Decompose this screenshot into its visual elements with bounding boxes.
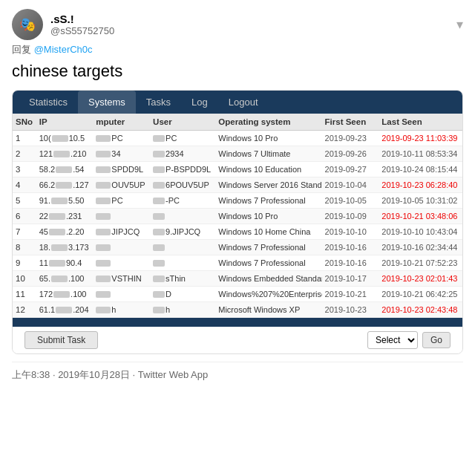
select-go-area: Select Go bbox=[367, 331, 451, 349]
cell-ip: 22.231 bbox=[36, 208, 94, 224]
cell-last-seen: 2019-10-11 08:53:34 bbox=[379, 146, 462, 161]
cell-os: Windows 10 Pro bbox=[215, 208, 321, 224]
cell-last-seen: 2019-10-23 02:43:48 bbox=[379, 301, 462, 317]
table-row[interactable]: 9 1190.4 Windows 7 Professional 2019-10-… bbox=[13, 255, 462, 270]
table-row[interactable]: 5 91.5.50 PC -PC Windows 7 Professional … bbox=[13, 192, 462, 208]
reply-link[interactable]: @MisterCh0c bbox=[34, 44, 93, 55]
cell-sno: 5 bbox=[13, 192, 36, 208]
go-button[interactable]: Go bbox=[422, 332, 451, 348]
cell-sno: 8 bbox=[13, 239, 36, 255]
cell-last-seen: 2019-10-24 08:15:44 bbox=[379, 161, 462, 177]
panel-bottom-bar: Submit Task Select Go bbox=[13, 327, 462, 353]
cell-sno: 7 bbox=[13, 224, 36, 239]
cell-sno: 2 bbox=[13, 146, 36, 161]
cell-user: 6POUV5UP bbox=[150, 177, 215, 192]
cell-last-seen: 2019-10-21 03:48:06 bbox=[379, 208, 462, 224]
cell-os: Windows 7 Ultimate bbox=[215, 146, 321, 161]
handle: @sS55752750 bbox=[50, 25, 114, 36]
col-sno: SNo bbox=[13, 114, 36, 131]
cell-computer: 34 bbox=[93, 146, 150, 161]
nav-logout[interactable]: Logout bbox=[218, 91, 269, 114]
table-row[interactable]: 11 172.100 D Windows%207%20Enterprise 20… bbox=[13, 286, 462, 301]
cell-ip: 66.2.127 bbox=[36, 177, 94, 192]
avatar[interactable]: 🎭 bbox=[12, 9, 43, 40]
cell-sno: 10 bbox=[13, 270, 36, 286]
cell-sno: 9 bbox=[13, 255, 36, 270]
table-row[interactable]: 8 18.3.173 Windows 7 Professional 2019-1… bbox=[13, 239, 462, 255]
table-row[interactable]: 3 58.2.54 SPDD9L P-BSPDD9L Windows 10 Ed… bbox=[13, 161, 462, 177]
chevron-down-icon[interactable]: ▾ bbox=[456, 16, 463, 33]
reply-to: 回复 @MisterCh0c bbox=[12, 43, 463, 56]
cell-ip: 61.1.204 bbox=[36, 301, 94, 317]
nav-systems[interactable]: Systems bbox=[78, 91, 136, 114]
cell-sno: 11 bbox=[13, 286, 36, 301]
cell-os: Windows Embedded Standard bbox=[215, 270, 321, 286]
tweet-container: 🎭 .sS.! @sS55752750 ▾ 回复 @MisterCh0c chi… bbox=[0, 0, 475, 388]
cell-os: Windows 7 Professional bbox=[215, 239, 321, 255]
cell-last-seen: 2019-10-05 10:31:02 bbox=[379, 192, 462, 208]
cell-os: Windows 10 Home China bbox=[215, 224, 321, 239]
col-last-seen: Last Seen bbox=[379, 114, 462, 131]
cell-sno: 4 bbox=[13, 177, 36, 192]
tweet-user: 🎭 .sS.! @sS55752750 bbox=[12, 9, 114, 40]
table-row[interactable]: 10 65..100 VSTHIN sThin Windows Embedded… bbox=[13, 270, 462, 286]
cell-sno: 1 bbox=[13, 130, 36, 146]
nav-tasks[interactable]: Tasks bbox=[136, 91, 181, 114]
cell-os: Windows%207%20Enterprise bbox=[215, 286, 321, 301]
cell-ip: 1190.4 bbox=[36, 255, 94, 270]
cell-first-seen: 2019-10-17 bbox=[322, 270, 379, 286]
cell-sno: 12 bbox=[13, 301, 36, 317]
cell-computer: OUV5UP bbox=[93, 177, 150, 192]
table-row[interactable]: 7 45.2.20 JIPJCQ 9.JIPJCQ Windows 10 Hom… bbox=[13, 224, 462, 239]
cell-user: -PC bbox=[150, 192, 215, 208]
cell-os: Windows 10 Pro bbox=[215, 130, 321, 146]
table-row[interactable]: 4 66.2.127 OUV5UP 6POUV5UP Windows Serve… bbox=[13, 177, 462, 192]
select-dropdown[interactable]: Select bbox=[367, 331, 418, 349]
col-computer: mputer bbox=[93, 114, 150, 131]
cell-computer bbox=[93, 208, 150, 224]
table-row[interactable]: 12 61.1.204 h h Microsoft Windows XP 201… bbox=[13, 301, 462, 317]
cell-first-seen: 2019-10-21 bbox=[322, 286, 379, 301]
cell-computer: PC bbox=[93, 192, 150, 208]
table-body: 1 10(10.5 PC PC Windows 10 Pro 2019-09-2… bbox=[13, 130, 462, 317]
cell-os: Windows 7 Professional bbox=[215, 192, 321, 208]
cell-user bbox=[150, 208, 215, 224]
cell-user: 2934 bbox=[150, 146, 215, 161]
cell-last-seen: 2019-10-10 10:43:04 bbox=[379, 224, 462, 239]
cell-first-seen: 2019-10-10 bbox=[322, 224, 379, 239]
cell-first-seen: 2019-10-04 bbox=[322, 177, 379, 192]
cell-user: D bbox=[150, 286, 215, 301]
cell-computer bbox=[93, 286, 150, 301]
cell-last-seen: 2019-10-23 06:28:40 bbox=[379, 177, 462, 192]
table-row[interactable]: 6 22.231 Windows 10 Pro 2019-10-09 2019-… bbox=[13, 208, 462, 224]
table-row[interactable]: 1 10(10.5 PC PC Windows 10 Pro 2019-09-2… bbox=[13, 130, 462, 146]
cell-first-seen: 2019-09-26 bbox=[322, 146, 379, 161]
table-row[interactable]: 2 121.210 34 2934 Windows 7 Ultimate 201… bbox=[13, 146, 462, 161]
username: .sS.! bbox=[50, 13, 114, 25]
col-first-seen: First Seen bbox=[322, 114, 379, 131]
panel-wrapper: Statistics Systems Tasks Log Logout SNo … bbox=[12, 90, 463, 354]
col-user: User bbox=[150, 114, 215, 131]
cell-computer: VSTHIN bbox=[93, 270, 150, 286]
panel-table: SNo IP mputer User Operating system Firs… bbox=[13, 114, 462, 318]
cell-ip: 91.5.50 bbox=[36, 192, 94, 208]
cell-last-seen: 2019-10-23 02:01:43 bbox=[379, 270, 462, 286]
nav-log[interactable]: Log bbox=[181, 91, 218, 114]
cell-ip: 65..100 bbox=[36, 270, 94, 286]
cell-user: 9.JIPJCQ bbox=[150, 224, 215, 239]
cell-os: Windows Server 2016 Standard bbox=[215, 177, 321, 192]
cell-user: sThin bbox=[150, 270, 215, 286]
cell-computer: SPDD9L bbox=[93, 161, 150, 177]
nav-statistics[interactable]: Statistics bbox=[19, 91, 78, 114]
cell-first-seen: 2019-10-09 bbox=[322, 208, 379, 224]
cell-ip: 58.2.54 bbox=[36, 161, 94, 177]
submit-task-button[interactable]: Submit Task bbox=[24, 331, 98, 349]
cell-os: Microsoft Windows XP bbox=[215, 301, 321, 317]
cell-ip: 172.100 bbox=[36, 286, 94, 301]
cell-ip: 45.2.20 bbox=[36, 224, 94, 239]
col-ip: IP bbox=[36, 114, 94, 131]
cell-sno: 3 bbox=[13, 161, 36, 177]
cell-user: P-BSPDD9L bbox=[150, 161, 215, 177]
cell-last-seen: 2019-10-21 06:42:25 bbox=[379, 286, 462, 301]
cell-first-seen: 2019-10-23 bbox=[322, 301, 379, 317]
